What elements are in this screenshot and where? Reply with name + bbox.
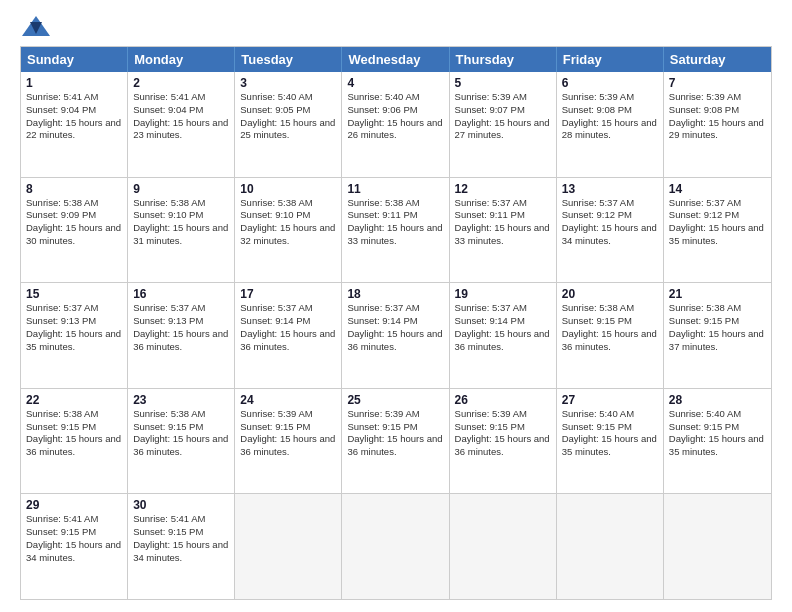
day-info: Sunrise: 5:40 AM Sunset: 9:06 PM Dayligh… [347, 91, 443, 142]
day-number: 25 [347, 393, 443, 407]
calendar-cell [450, 494, 557, 599]
day-info: Sunrise: 5:39 AM Sunset: 9:08 PM Dayligh… [669, 91, 766, 142]
day-number: 28 [669, 393, 766, 407]
day-info: Sunrise: 5:39 AM Sunset: 9:15 PM Dayligh… [455, 408, 551, 459]
calendar-cell: 7Sunrise: 5:39 AM Sunset: 9:08 PM Daylig… [664, 72, 771, 177]
day-number: 30 [133, 498, 229, 512]
day-number: 13 [562, 182, 658, 196]
calendar-cell [557, 494, 664, 599]
calendar-cell: 12Sunrise: 5:37 AM Sunset: 9:11 PM Dayli… [450, 178, 557, 283]
day-number: 23 [133, 393, 229, 407]
day-number: 18 [347, 287, 443, 301]
calendar-week-row: 1Sunrise: 5:41 AM Sunset: 9:04 PM Daylig… [21, 72, 771, 178]
day-info: Sunrise: 5:37 AM Sunset: 9:14 PM Dayligh… [347, 302, 443, 353]
calendar-header-row: SundayMondayTuesdayWednesdayThursdayFrid… [21, 47, 771, 72]
day-number: 19 [455, 287, 551, 301]
day-number: 20 [562, 287, 658, 301]
calendar-cell: 24Sunrise: 5:39 AM Sunset: 9:15 PM Dayli… [235, 389, 342, 494]
day-number: 8 [26, 182, 122, 196]
day-info: Sunrise: 5:37 AM Sunset: 9:12 PM Dayligh… [562, 197, 658, 248]
calendar-week-row: 8Sunrise: 5:38 AM Sunset: 9:09 PM Daylig… [21, 178, 771, 284]
calendar-cell: 21Sunrise: 5:38 AM Sunset: 9:15 PM Dayli… [664, 283, 771, 388]
day-info: Sunrise: 5:39 AM Sunset: 9:07 PM Dayligh… [455, 91, 551, 142]
day-number: 17 [240, 287, 336, 301]
calendar-cell: 25Sunrise: 5:39 AM Sunset: 9:15 PM Dayli… [342, 389, 449, 494]
calendar-cell: 22Sunrise: 5:38 AM Sunset: 9:15 PM Dayli… [21, 389, 128, 494]
day-info: Sunrise: 5:38 AM Sunset: 9:09 PM Dayligh… [26, 197, 122, 248]
calendar-cell [235, 494, 342, 599]
day-number: 24 [240, 393, 336, 407]
calendar-cell: 19Sunrise: 5:37 AM Sunset: 9:14 PM Dayli… [450, 283, 557, 388]
calendar-header-cell: Tuesday [235, 47, 342, 72]
calendar-cell: 6Sunrise: 5:39 AM Sunset: 9:08 PM Daylig… [557, 72, 664, 177]
logo-icon [22, 16, 50, 36]
day-number: 3 [240, 76, 336, 90]
calendar-cell: 5Sunrise: 5:39 AM Sunset: 9:07 PM Daylig… [450, 72, 557, 177]
page: SundayMondayTuesdayWednesdayThursdayFrid… [0, 0, 792, 612]
calendar-cell: 29Sunrise: 5:41 AM Sunset: 9:15 PM Dayli… [21, 494, 128, 599]
day-info: Sunrise: 5:37 AM Sunset: 9:11 PM Dayligh… [455, 197, 551, 248]
day-info: Sunrise: 5:41 AM Sunset: 9:04 PM Dayligh… [133, 91, 229, 142]
day-info: Sunrise: 5:37 AM Sunset: 9:14 PM Dayligh… [455, 302, 551, 353]
calendar-week-row: 15Sunrise: 5:37 AM Sunset: 9:13 PM Dayli… [21, 283, 771, 389]
calendar-week-row: 22Sunrise: 5:38 AM Sunset: 9:15 PM Dayli… [21, 389, 771, 495]
logo [20, 16, 54, 36]
day-info: Sunrise: 5:38 AM Sunset: 9:15 PM Dayligh… [133, 408, 229, 459]
day-number: 16 [133, 287, 229, 301]
calendar-header-cell: Monday [128, 47, 235, 72]
calendar-cell: 1Sunrise: 5:41 AM Sunset: 9:04 PM Daylig… [21, 72, 128, 177]
calendar-header-cell: Sunday [21, 47, 128, 72]
calendar-cell: 23Sunrise: 5:38 AM Sunset: 9:15 PM Dayli… [128, 389, 235, 494]
day-number: 2 [133, 76, 229, 90]
calendar-cell: 15Sunrise: 5:37 AM Sunset: 9:13 PM Dayli… [21, 283, 128, 388]
day-number: 6 [562, 76, 658, 90]
day-info: Sunrise: 5:38 AM Sunset: 9:10 PM Dayligh… [133, 197, 229, 248]
calendar-cell: 4Sunrise: 5:40 AM Sunset: 9:06 PM Daylig… [342, 72, 449, 177]
day-info: Sunrise: 5:37 AM Sunset: 9:14 PM Dayligh… [240, 302, 336, 353]
calendar-header-cell: Saturday [664, 47, 771, 72]
day-info: Sunrise: 5:37 AM Sunset: 9:12 PM Dayligh… [669, 197, 766, 248]
calendar-header-cell: Thursday [450, 47, 557, 72]
day-number: 21 [669, 287, 766, 301]
day-info: Sunrise: 5:38 AM Sunset: 9:10 PM Dayligh… [240, 197, 336, 248]
calendar-header-cell: Friday [557, 47, 664, 72]
calendar-cell: 28Sunrise: 5:40 AM Sunset: 9:15 PM Dayli… [664, 389, 771, 494]
calendar-cell: 27Sunrise: 5:40 AM Sunset: 9:15 PM Dayli… [557, 389, 664, 494]
day-number: 22 [26, 393, 122, 407]
day-number: 26 [455, 393, 551, 407]
day-number: 4 [347, 76, 443, 90]
day-info: Sunrise: 5:38 AM Sunset: 9:15 PM Dayligh… [26, 408, 122, 459]
calendar-cell: 2Sunrise: 5:41 AM Sunset: 9:04 PM Daylig… [128, 72, 235, 177]
day-info: Sunrise: 5:40 AM Sunset: 9:15 PM Dayligh… [669, 408, 766, 459]
day-number: 7 [669, 76, 766, 90]
day-info: Sunrise: 5:37 AM Sunset: 9:13 PM Dayligh… [133, 302, 229, 353]
day-info: Sunrise: 5:41 AM Sunset: 9:15 PM Dayligh… [133, 513, 229, 564]
day-info: Sunrise: 5:39 AM Sunset: 9:15 PM Dayligh… [347, 408, 443, 459]
day-info: Sunrise: 5:40 AM Sunset: 9:15 PM Dayligh… [562, 408, 658, 459]
day-info: Sunrise: 5:38 AM Sunset: 9:15 PM Dayligh… [562, 302, 658, 353]
calendar-cell: 26Sunrise: 5:39 AM Sunset: 9:15 PM Dayli… [450, 389, 557, 494]
day-info: Sunrise: 5:37 AM Sunset: 9:13 PM Dayligh… [26, 302, 122, 353]
calendar-cell: 30Sunrise: 5:41 AM Sunset: 9:15 PM Dayli… [128, 494, 235, 599]
day-info: Sunrise: 5:39 AM Sunset: 9:08 PM Dayligh… [562, 91, 658, 142]
day-info: Sunrise: 5:40 AM Sunset: 9:05 PM Dayligh… [240, 91, 336, 142]
header [20, 16, 772, 36]
day-number: 29 [26, 498, 122, 512]
day-number: 5 [455, 76, 551, 90]
calendar-cell: 17Sunrise: 5:37 AM Sunset: 9:14 PM Dayli… [235, 283, 342, 388]
day-number: 27 [562, 393, 658, 407]
day-number: 14 [669, 182, 766, 196]
calendar-cell: 10Sunrise: 5:38 AM Sunset: 9:10 PM Dayli… [235, 178, 342, 283]
calendar-cell: 20Sunrise: 5:38 AM Sunset: 9:15 PM Dayli… [557, 283, 664, 388]
calendar-cell: 11Sunrise: 5:38 AM Sunset: 9:11 PM Dayli… [342, 178, 449, 283]
calendar: SundayMondayTuesdayWednesdayThursdayFrid… [20, 46, 772, 600]
calendar-cell: 8Sunrise: 5:38 AM Sunset: 9:09 PM Daylig… [21, 178, 128, 283]
calendar-cell: 3Sunrise: 5:40 AM Sunset: 9:05 PM Daylig… [235, 72, 342, 177]
day-number: 9 [133, 182, 229, 196]
calendar-cell: 14Sunrise: 5:37 AM Sunset: 9:12 PM Dayli… [664, 178, 771, 283]
calendar-cell: 9Sunrise: 5:38 AM Sunset: 9:10 PM Daylig… [128, 178, 235, 283]
calendar-cell: 16Sunrise: 5:37 AM Sunset: 9:13 PM Dayli… [128, 283, 235, 388]
calendar-cell [342, 494, 449, 599]
calendar-cell [664, 494, 771, 599]
day-number: 1 [26, 76, 122, 90]
